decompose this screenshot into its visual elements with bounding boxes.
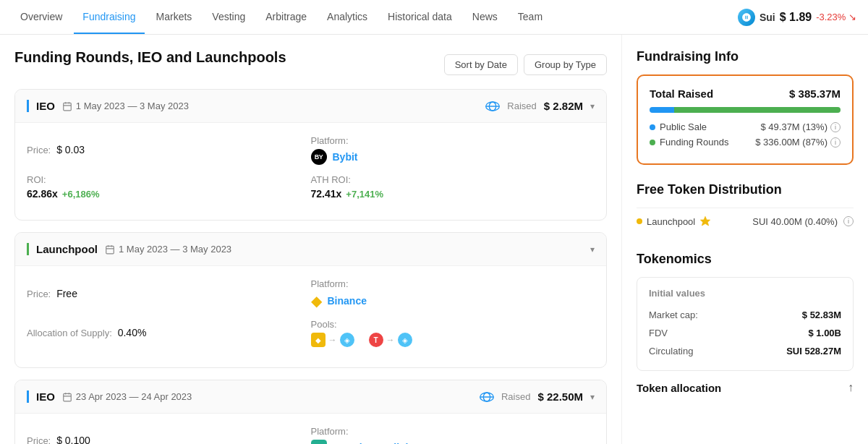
card-type-launchpool: Launchpool bbox=[27, 243, 98, 255]
card-header-right-lp: ▾ bbox=[590, 244, 595, 255]
fdv-value: $ 1.00B bbox=[808, 328, 841, 338]
price-change: -3.23% ↘ bbox=[816, 12, 856, 22]
page-title: Funding Rounds, IEO and Launchpools bbox=[14, 49, 286, 66]
tokenomics-section: Tokenomics Initial values Market cap: $ … bbox=[637, 252, 854, 394]
price-platform-row: Price: $ 0.03 Platform: BY Bybit bbox=[27, 135, 595, 165]
token-allocation-arrow: ↑ bbox=[848, 381, 854, 394]
sort-by-date-button[interactable]: Sort by Date bbox=[444, 54, 518, 75]
top-navigation: Overview Fundraising Markets Vesting Arb… bbox=[0, 0, 868, 35]
platform-name[interactable]: Bybit bbox=[333, 151, 358, 163]
platform-col-lp: Platform: ◆ Binance bbox=[311, 278, 595, 309]
funding-rounds-value: $ 336.00M (87%) bbox=[755, 137, 827, 148]
public-sale-dot bbox=[650, 124, 655, 130]
ieo-bybit-card-header[interactable]: IEO 1 May 2023 — 3 May 2023 Raised $ 2.8… bbox=[15, 90, 606, 123]
nav-overview[interactable]: Overview bbox=[12, 1, 71, 34]
nav-right: Sui $ 1.89 -3.23% ↘ bbox=[738, 9, 856, 26]
price-col-kc: Price: $ 0.100 bbox=[27, 435, 311, 444]
fundraising-info-box: Total Raised $ 385.37M Public Sale $ 49.… bbox=[637, 74, 854, 165]
chevron-down-icon-kc: ▾ bbox=[590, 392, 595, 402]
card-header-right-ieo: Raised $ 2.82M ▾ bbox=[485, 100, 595, 112]
sui-icon bbox=[738, 9, 755, 26]
funding-rounds-value-row: $ 336.00M (87%) i bbox=[755, 137, 841, 148]
nav-team[interactable]: Team bbox=[509, 1, 551, 34]
launchpool-binance-card: Launchpool 1 May 2023 — 3 May 2023 ▾ Pri… bbox=[14, 232, 607, 368]
nav-arbitrage[interactable]: Arbitrage bbox=[257, 1, 315, 34]
ieo-kucoin-card-body: Price: $ 0.100 Platform: K KuCoin Spotli… bbox=[15, 414, 606, 444]
total-raised-label: Total Raised bbox=[650, 87, 713, 100]
public-sale-value: $ 49.37M (13%) bbox=[761, 121, 828, 132]
price-badge: Sui $ 1.89 -3.23% ↘ bbox=[738, 9, 856, 26]
launchpool-dot bbox=[637, 218, 642, 224]
price-platform-row-kc: Price: $ 0.100 Platform: K KuCoin Spotli… bbox=[27, 425, 595, 444]
raised-label: Raised bbox=[507, 101, 536, 111]
alloc-pools-row: Allocation of Supply: 0.40% Pools: ◆ → ◈… bbox=[27, 318, 595, 347]
svg-rect-18 bbox=[311, 440, 327, 444]
public-sale-value-row: $ 49.37M (13%) i bbox=[761, 121, 841, 132]
roi-row: ROI: 62.86x +6,186% ATH ROI: 72.41x +7,1… bbox=[27, 174, 595, 200]
raised-icon bbox=[485, 101, 500, 112]
launchpool-dist-row: Launchpool SUI 40.00M (0.40%) i bbox=[637, 208, 854, 234]
pool-icon-4: ◈ bbox=[398, 333, 412, 347]
pool-icon-1: ◆ bbox=[311, 333, 326, 347]
nav-news[interactable]: News bbox=[464, 1, 506, 34]
launchpool-card-body: Price: Free Platform: ◆ Binance Allocati… bbox=[15, 266, 606, 367]
group-by-type-button[interactable]: Group by Type bbox=[524, 54, 607, 75]
nav-historical[interactable]: Historical data bbox=[379, 1, 461, 34]
nav-vesting[interactable]: Vesting bbox=[203, 1, 254, 34]
ieo-kucoin-card: IEO 23 Apr 2023 — 24 Apr 2023 Raised $ 2… bbox=[14, 380, 607, 444]
token-allocation-row[interactable]: Token allocation ↑ bbox=[637, 381, 854, 394]
market-cap-value: $ 52.83M bbox=[802, 309, 841, 320]
card-header-left-lp: Launchpool 1 May 2023 — 3 May 2023 bbox=[27, 243, 231, 255]
card-header-left: IEO 1 May 2023 — 3 May 2023 bbox=[27, 100, 189, 112]
public-sale-info-icon[interactable]: i bbox=[830, 122, 841, 132]
card-header-right-kc: Raised $ 22.50M ▾ bbox=[480, 390, 595, 403]
token-allocation-label: Token allocation bbox=[637, 382, 721, 394]
nav-markets[interactable]: Markets bbox=[148, 1, 201, 34]
free-token-section: Free Token Distribution Launchpool SUI 4… bbox=[637, 182, 854, 234]
circulating-row: Circulating SUI 528.27M bbox=[649, 342, 841, 360]
pools-col: Pools: ◆ → ◈ T → ◈ bbox=[311, 318, 595, 347]
bybit-logo: BY bbox=[311, 149, 327, 165]
circulating-label: Circulating bbox=[649, 346, 693, 357]
platform-col: Platform: BY Bybit bbox=[311, 135, 595, 165]
nav-fundraising[interactable]: Fundraising bbox=[74, 1, 144, 34]
funding-rounds-row: Funding Rounds $ 336.00M (87%) i bbox=[650, 137, 841, 148]
filter-buttons: Sort by Date Group by Type bbox=[444, 54, 607, 75]
funding-rounds-info-icon[interactable]: i bbox=[830, 137, 841, 148]
public-sale-row: Public Sale $ 49.37M (13%) i bbox=[650, 121, 841, 132]
chevron-down-icon: ▾ bbox=[590, 101, 595, 111]
launchpool-icon bbox=[699, 215, 711, 227]
price-platform-row-lp: Price: Free Platform: ◆ Binance bbox=[27, 278, 595, 309]
launchpool-info-icon[interactable]: i bbox=[843, 216, 854, 226]
fundraising-info-title: Fundraising Info bbox=[637, 49, 854, 64]
free-token-title: Free Token Distribution bbox=[637, 182, 854, 197]
ath-roi-col: ATH ROI: 72.41x +7,141% bbox=[311, 174, 595, 200]
svg-rect-0 bbox=[64, 103, 72, 111]
ieo-bybit-card-body: Price: $ 0.03 Platform: BY Bybit bbox=[15, 123, 606, 220]
platform-col-kc: Platform: K KuCoin Spotlight bbox=[311, 425, 595, 444]
market-cap-row: Market cap: $ 52.83M bbox=[649, 306, 841, 324]
platform-row-kc: K KuCoin Spotlight bbox=[311, 440, 595, 444]
platform-name-lp[interactable]: Binance bbox=[328, 295, 367, 307]
card-header-left-kc: IEO 23 Apr 2023 — 24 Apr 2023 bbox=[27, 390, 192, 403]
fdv-row: FDV $ 1.00B bbox=[649, 324, 841, 342]
fdv-label: FDV bbox=[649, 328, 668, 338]
raised-amount: $ 2.82M bbox=[544, 100, 583, 112]
price-col: Price: $ 0.03 bbox=[27, 144, 311, 155]
svg-marker-20 bbox=[701, 216, 710, 226]
chevron-down-icon-lp: ▾ bbox=[590, 244, 595, 255]
svg-rect-11 bbox=[64, 393, 72, 401]
nav-analytics[interactable]: Analytics bbox=[318, 1, 376, 34]
total-raised-value: $ 385.37M bbox=[789, 87, 841, 100]
public-sale-label-row: Public Sale bbox=[650, 121, 707, 132]
ath-roi-values: 72.41x +7,141% bbox=[311, 188, 595, 200]
ieo-kucoin-card-header[interactable]: IEO 23 Apr 2023 — 24 Apr 2023 Raised $ 2… bbox=[15, 380, 606, 414]
raised-label-kc: Raised bbox=[501, 391, 530, 402]
launchpool-card-header[interactable]: Launchpool 1 May 2023 — 3 May 2023 ▾ bbox=[15, 233, 606, 266]
progress-public-sale bbox=[650, 107, 674, 113]
card-type-ieo-kc: IEO bbox=[27, 390, 55, 403]
initial-values-box: Initial values Market cap: $ 52.83M FDV … bbox=[637, 277, 854, 371]
total-raised-row: Total Raised $ 385.37M bbox=[650, 87, 841, 100]
funding-rounds-dot bbox=[650, 140, 655, 145]
card-date-ieo-kc: 23 Apr 2023 — 24 Apr 2023 bbox=[62, 391, 192, 402]
